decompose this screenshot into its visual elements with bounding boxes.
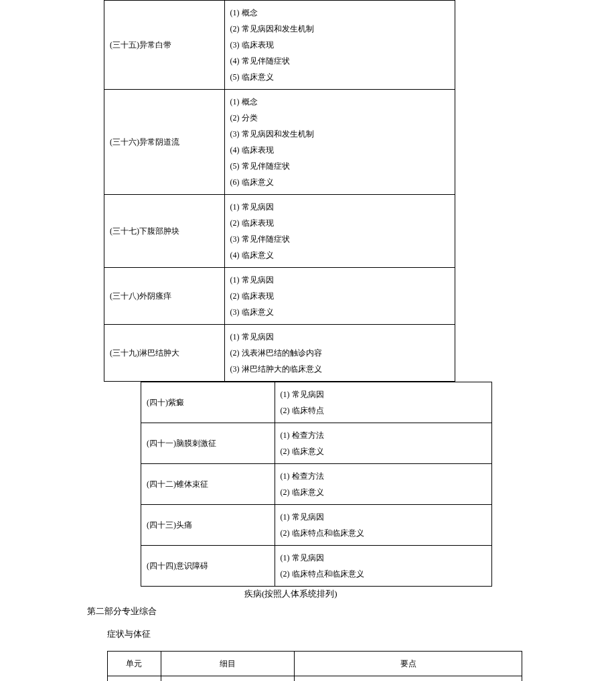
col-header-detail: 细目 <box>161 652 295 676</box>
item-line: (2) 浅表淋巴结的触诊内容 <box>230 345 449 361</box>
topic-cell: (四十一)脑膜刺激征 <box>141 423 275 464</box>
topic-cell: (三十九)淋巴结肿大 <box>104 325 225 382</box>
item-line: (6) 临床意义 <box>230 174 449 190</box>
col-header-unit: 单元 <box>108 652 161 676</box>
item-line: (1) 常见病因 <box>230 199 449 215</box>
item-line: (2) 临床意义 <box>281 443 486 459</box>
topic-cell: (四十四)意识障碍 <box>141 546 275 587</box>
points-cell: (1)概念(2) 常见病因(3) 发热分度(4)常见热型及临床意义(1)概念 <box>295 676 522 682</box>
item-line: (1) 常见病因 <box>281 550 486 566</box>
topic-cell: (三十七)下腹部肿块 <box>104 195 225 268</box>
item-line: (2) 常见病因和发生机制 <box>230 21 449 37</box>
topic-cell: (四十三)头痛 <box>141 505 275 546</box>
item-line: (1) 概念 <box>230 5 449 21</box>
item-line: (1) 检查方法 <box>281 427 486 443</box>
item-line: (3) 常见病因和发生机制 <box>230 126 449 142</box>
items-cell: (1) 常见病因(2) 临床特点和临床意义 <box>275 505 491 546</box>
item-line: (1) 常见病因 <box>281 386 486 402</box>
items-cell: (1) 常见病因(2) 临床表现(3) 临床意义 <box>224 268 455 325</box>
item-line: (2) 临床特点和临床意义 <box>281 525 486 541</box>
col-header-points: 要点 <box>295 652 522 676</box>
syllabus-table-2: (四十)紫癜(1) 常见病因(2) 临床特点(四十一)脑膜刺激征(1) 检查方法… <box>141 382 492 587</box>
item-line: (1) 常见病因 <box>230 272 449 288</box>
item-line: (2) 临床表现 <box>230 215 449 231</box>
items-cell: (1) 常见病因(2) 临床表现(3) 常见伴随症状(4) 临床意义 <box>224 195 455 268</box>
heading-disease: 疾病(按照人体系统排列) <box>244 588 616 600</box>
item-line: (4) 常见伴随症状 <box>230 53 449 69</box>
items-cell: (1) 检查方法(2) 临床意义 <box>275 423 491 464</box>
item-line: (4) 临床表现 <box>230 142 449 158</box>
topic-cell: (四十)紫癜 <box>141 382 275 423</box>
item-line: (3) 淋巴结肿大的临床意义 <box>230 361 449 377</box>
item-line: (2) 临床特点和临床意义 <box>281 566 486 582</box>
item-line: (1) 检查方法 <box>281 468 486 484</box>
item-line: (5) 临床意义 <box>230 69 449 85</box>
items-cell: (1) 常见病因(2) 临床特点 <box>275 382 491 423</box>
topic-cell: (三十五)异常白带 <box>104 1 225 90</box>
item-line: (1) 常见病因 <box>230 329 449 345</box>
item-line: (2) 临床特点 <box>281 402 486 419</box>
detail-cell: ( )发热 <box>161 676 295 682</box>
items-cell: (1) 常见病因(2) 临床特点和临床意义 <box>275 546 491 587</box>
item-line: (4) 临床意义 <box>230 247 449 263</box>
items-cell: (1) 概念(2) 分类(3) 常见病因和发生机制(4) 临床表现(5) 常见伴… <box>224 90 455 195</box>
item-line: (3) 常见伴随症状 <box>230 231 449 247</box>
item-line: (2) 临床意义 <box>281 484 486 500</box>
items-cell: (1) 常见病因(2) 浅表淋巴结的触诊内容(3) 淋巴结肿大的临床意义 <box>224 325 455 382</box>
unit-cell <box>108 676 161 682</box>
topic-cell: (三十八)外阴瘙痒 <box>104 268 225 325</box>
item-line: (1) 常见病因 <box>281 509 486 525</box>
item-line: (5) 常见伴随症状 <box>230 158 449 174</box>
syllabus-table-1: (三十五)异常白带(1) 概念(2) 常见病因和发生机制(3) 临床表现(4) … <box>104 0 455 382</box>
topic-cell: (四十二)锥体束征 <box>141 464 275 505</box>
items-cell: (1) 检查方法(2) 临床意义 <box>275 464 491 505</box>
heading-part2: 第二部分专业综合 <box>87 605 616 617</box>
item-line: (2) 临床表现 <box>230 288 449 304</box>
topic-cell: (三十六)异常阴道流 <box>104 90 225 195</box>
item-line: (1) 概念 <box>230 94 449 110</box>
syllabus-table-3: 单元 细目 要点 ( )发热 (1)概念(2) 常见病因(3) 发热分度(4)常… <box>107 651 522 681</box>
item-line: (3) 临床表现 <box>230 37 449 53</box>
item-line: (3) 临床意义 <box>230 304 449 320</box>
item-line: (2) 分类 <box>230 110 449 126</box>
heading-symptoms: 症状与体征 <box>107 628 616 640</box>
items-cell: (1) 概念(2) 常见病因和发生机制(3) 临床表现(4) 常见伴随症状(5)… <box>224 1 455 90</box>
